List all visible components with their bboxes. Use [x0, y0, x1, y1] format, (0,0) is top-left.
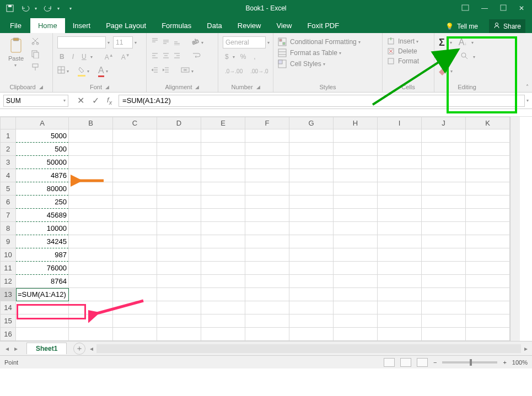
cell-I9[interactable] [378, 235, 422, 248]
copy-icon[interactable] [31, 50, 40, 61]
cell-C6[interactable] [113, 196, 157, 209]
increase-indent-icon[interactable] [162, 66, 170, 76]
cell-B9[interactable] [69, 235, 113, 248]
clipboard-launcher[interactable]: ◢ [39, 84, 43, 90]
cell-B6[interactable] [69, 196, 113, 209]
increase-decimal-button[interactable]: .0→.00 [223, 66, 245, 76]
cell-D14[interactable] [157, 301, 201, 314]
cell-H5[interactable] [334, 182, 378, 196]
find-select-button[interactable] [460, 52, 468, 62]
cell-E12[interactable] [201, 275, 245, 288]
ribbon-display-icon[interactable] [461, 4, 469, 13]
cell-D2[interactable] [157, 143, 201, 156]
row-header-8[interactable]: 8 [1, 222, 16, 235]
font-size-combo[interactable] [113, 36, 133, 48]
maximize-icon[interactable] [500, 4, 507, 13]
cell-F3[interactable] [245, 156, 289, 169]
cell-G3[interactable] [289, 156, 334, 169]
cell-E15[interactable] [201, 314, 245, 328]
paste-button[interactable]: Paste ▾ [4, 35, 28, 69]
cell-A14[interactable] [16, 301, 69, 314]
cell-H14[interactable] [334, 301, 378, 314]
name-box-dropdown[interactable]: ▾ [63, 98, 66, 103]
cell-D6[interactable] [157, 196, 201, 209]
cell-A1[interactable]: 5000 [16, 129, 69, 143]
share-button[interactable]: Share [489, 19, 525, 33]
col-header-E[interactable]: E [201, 117, 245, 129]
row-header-9[interactable]: 9 [1, 235, 16, 248]
cell-C5[interactable] [113, 182, 157, 196]
cell-D4[interactable] [157, 169, 201, 182]
cell-E10[interactable] [201, 248, 245, 262]
cell-D1[interactable] [157, 129, 201, 143]
cell-C1[interactable] [113, 129, 157, 143]
cell-F8[interactable] [245, 222, 289, 235]
cell-B8[interactable] [69, 222, 113, 235]
delete-cells-button[interactable]: Delete [387, 47, 429, 55]
cell-K8[interactable] [466, 222, 510, 235]
cell-E4[interactable] [201, 169, 245, 182]
view-page-break-icon[interactable] [417, 358, 428, 367]
cell-H2[interactable] [334, 143, 378, 156]
cell-H9[interactable] [334, 235, 378, 248]
cell-B5[interactable] [69, 182, 113, 196]
row-header-5[interactable]: 5 [1, 182, 16, 196]
cell-I14[interactable] [378, 301, 422, 314]
cell-A11[interactable]: 76000 [16, 262, 69, 275]
cell-A10[interactable]: 987 [16, 248, 69, 262]
undo-dropdown[interactable]: ▾ [35, 6, 37, 11]
cell-B1[interactable] [69, 129, 113, 143]
cell-K14[interactable] [466, 301, 510, 314]
cell-H12[interactable] [334, 275, 378, 288]
format-cells-button[interactable]: Format [387, 57, 429, 65]
font-launcher[interactable]: ◢ [105, 84, 109, 90]
cell-G16[interactable] [289, 328, 334, 341]
cell-F16[interactable] [245, 328, 289, 341]
bold-button[interactable]: B [57, 52, 67, 62]
cell-K10[interactable] [466, 248, 510, 262]
decrease-font-button[interactable]: A▼ [119, 52, 132, 62]
cell-A15[interactable] [16, 314, 69, 328]
cell-D12[interactable] [157, 275, 201, 288]
row-header-10[interactable]: 10 [1, 248, 16, 262]
cell-F13[interactable] [245, 288, 289, 301]
cell-I11[interactable] [378, 262, 422, 275]
cell-C13[interactable] [113, 288, 157, 301]
row-header-6[interactable]: 6 [1, 196, 16, 209]
tab-file[interactable]: File [6, 18, 30, 33]
cell-B16[interactable] [69, 328, 113, 341]
cell-J7[interactable] [422, 209, 466, 222]
cell-B3[interactable] [69, 156, 113, 169]
redo-icon[interactable] [44, 4, 52, 13]
tab-data[interactable]: Data [199, 18, 229, 33]
cell-D3[interactable] [157, 156, 201, 169]
cell-G1[interactable] [289, 129, 334, 143]
cell-K1[interactable] [466, 129, 510, 143]
cell-G15[interactable] [289, 314, 334, 328]
cell-D11[interactable] [157, 262, 201, 275]
cell-J16[interactable] [422, 328, 466, 341]
cell-G12[interactable] [289, 275, 334, 288]
underline-button[interactable]: U [79, 52, 89, 62]
cell-G11[interactable] [289, 262, 334, 275]
cell-D15[interactable] [157, 314, 201, 328]
cell-C7[interactable] [113, 209, 157, 222]
font-color-button[interactable]: A [98, 66, 104, 77]
row-header-1[interactable]: 1 [1, 129, 16, 143]
cell-C16[interactable] [113, 328, 157, 341]
decrease-decimal-button[interactable]: .00→.0 [248, 66, 270, 76]
cell-A16[interactable] [16, 328, 69, 341]
cell-H15[interactable] [334, 314, 378, 328]
cell-I10[interactable] [378, 248, 422, 262]
cell-C3[interactable] [113, 156, 157, 169]
tab-insert[interactable]: Insert [65, 18, 99, 33]
row-header-12[interactable]: 12 [1, 275, 16, 288]
accounting-format-button[interactable]: $ [223, 52, 231, 62]
sort-filter-button[interactable]: A↓ [459, 37, 467, 47]
cell-C8[interactable] [113, 222, 157, 235]
cell-A3[interactable]: 50000 [16, 156, 69, 169]
cell-B15[interactable] [69, 314, 113, 328]
cell-K6[interactable] [466, 196, 510, 209]
cell-F10[interactable] [245, 248, 289, 262]
cell-G6[interactable] [289, 196, 334, 209]
